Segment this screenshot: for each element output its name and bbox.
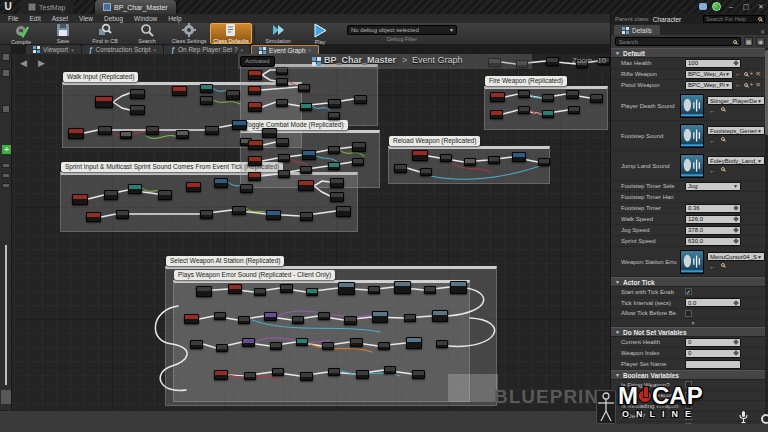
expand-more-icon[interactable]: ▼ xyxy=(691,320,696,326)
number-field[interactable]: 0.0 xyxy=(685,298,741,307)
graph-node[interactable] xyxy=(278,154,290,162)
use-selected-icon[interactable]: ← xyxy=(735,81,742,89)
graph-node[interactable] xyxy=(272,368,284,376)
spinner-icon[interactable] xyxy=(733,339,739,345)
sidebar-scrollbar[interactable] xyxy=(5,245,7,385)
sound-wave-thumbnail[interactable] xyxy=(680,250,704,274)
number-field[interactable]: 0 xyxy=(685,349,741,358)
breadcrumb-leaf[interactable]: Event Graph xyxy=(412,55,463,65)
window-tab-bp-char-master[interactable]: BP_Char_Master xyxy=(95,0,176,14)
debug-object-dropdown[interactable]: No debug object selected▾ xyxy=(347,25,457,35)
graph-node[interactable] xyxy=(130,89,145,99)
graph-node[interactable] xyxy=(424,286,436,294)
graph-node[interactable] xyxy=(302,150,316,160)
tab-construction-script[interactable]: ƒConstruction Script▾ xyxy=(82,45,163,54)
graph-node[interactable] xyxy=(518,106,530,114)
add-icon[interactable]: + xyxy=(750,81,754,89)
compile-button[interactable]: Compile xyxy=(0,23,42,44)
graph-node[interactable] xyxy=(190,340,203,349)
graph-node[interactable] xyxy=(104,190,118,200)
asset-dropdown[interactable]: FoleyBody_Land_Stere▼ xyxy=(707,156,765,165)
sidebar-icon[interactable] xyxy=(2,53,10,61)
graph-node[interactable] xyxy=(394,164,407,173)
find-in-cb-button[interactable]: Find in CB xyxy=(84,23,126,44)
details-search-input[interactable]: Search xyxy=(615,37,741,46)
graph-node[interactable] xyxy=(394,281,411,294)
graph-node[interactable] xyxy=(296,338,308,346)
view-options-icon[interactable]: ◉ xyxy=(756,37,765,46)
graph-node[interactable] xyxy=(276,138,289,147)
graph-node[interactable] xyxy=(200,210,213,219)
spinner-icon[interactable] xyxy=(733,205,739,211)
spinner-icon[interactable] xyxy=(733,227,739,233)
graph-node[interactable] xyxy=(420,168,432,176)
graph-node[interactable] xyxy=(490,110,503,119)
graph-node[interactable] xyxy=(328,99,341,108)
graph-node[interactable] xyxy=(146,126,159,135)
graph-node[interactable] xyxy=(158,190,172,200)
asset-dropdown[interactable]: Footsteps_Generic_Sho▼ xyxy=(707,126,765,135)
graph-node[interactable] xyxy=(488,156,500,164)
graph-node[interactable] xyxy=(318,312,330,320)
maximize-button[interactable]: ▢ xyxy=(741,3,751,11)
asset-dropdown[interactable]: MenuCursor04_Stereo▼ xyxy=(707,252,765,261)
graph-node[interactable] xyxy=(450,281,467,294)
checkbox[interactable] xyxy=(685,413,692,420)
spinner-icon[interactable] xyxy=(733,300,739,306)
graph-node[interactable] xyxy=(95,96,113,108)
graph-node[interactable] xyxy=(490,92,505,102)
graph-node[interactable] xyxy=(276,99,288,107)
graph-node[interactable] xyxy=(406,337,422,349)
graph-node[interactable] xyxy=(300,103,312,111)
category-header-default[interactable]: ▼Default xyxy=(611,48,765,58)
category-header-boolean-variables[interactable]: ▼Boolean Variables xyxy=(611,370,765,380)
graph-node[interactable] xyxy=(214,370,228,380)
graph-node[interactable] xyxy=(130,105,145,115)
close-button[interactable]: ✕ xyxy=(756,3,766,11)
graph-node[interactable] xyxy=(280,284,293,293)
graph-node[interactable] xyxy=(378,342,390,350)
browse-icon[interactable] xyxy=(721,263,725,267)
graph-node[interactable] xyxy=(116,210,129,219)
graph-node[interactable] xyxy=(72,194,88,205)
class-defaults-button[interactable]: Class Defaults xyxy=(210,23,252,44)
browse-icon[interactable] xyxy=(744,72,748,76)
graph-node[interactable] xyxy=(328,112,340,120)
search-button[interactable]: Search xyxy=(126,23,168,44)
nav-back-icon[interactable]: ◀ xyxy=(20,58,27,68)
add-icon[interactable]: + xyxy=(750,70,754,78)
graph-node[interactable] xyxy=(196,286,212,297)
select-field[interactable]: Jog▼ xyxy=(685,182,741,191)
graph-node[interactable] xyxy=(214,178,228,188)
graph-node[interactable] xyxy=(352,142,366,152)
feedback-icon[interactable] xyxy=(699,3,707,10)
number-field[interactable]: 378.0 xyxy=(685,226,741,235)
clear-icon[interactable]: ✕ xyxy=(755,81,760,89)
graph-node[interactable] xyxy=(248,140,263,150)
menu-item-view[interactable]: View xyxy=(79,15,93,22)
graph-node[interactable] xyxy=(176,130,189,139)
class-settings-button[interactable]: Class Settings xyxy=(168,23,210,44)
graph-node[interactable] xyxy=(344,316,357,325)
graph-node[interactable] xyxy=(205,126,219,135)
sidebar-icon[interactable] xyxy=(2,105,10,113)
browse-icon[interactable] xyxy=(721,167,725,171)
graph-node[interactable] xyxy=(242,338,255,347)
graph-node[interactable] xyxy=(542,110,554,118)
graph-node[interactable] xyxy=(432,310,448,322)
sidebar-icon[interactable] xyxy=(2,163,10,168)
graph-node[interactable] xyxy=(300,372,313,381)
graph-node[interactable] xyxy=(254,288,266,296)
graph-node[interactable] xyxy=(372,311,388,323)
sidebar-icon[interactable] xyxy=(2,69,10,77)
play-button[interactable]: Play xyxy=(299,23,341,44)
number-field[interactable]: 100 xyxy=(685,59,741,68)
graph-node[interactable] xyxy=(200,96,213,105)
save-button[interactable]: Save xyxy=(42,23,84,44)
graph-node[interactable] xyxy=(336,206,351,217)
spinner-icon[interactable] xyxy=(733,238,739,244)
window-tab-testmap[interactable]: TestMap xyxy=(20,0,73,14)
graph-node[interactable] xyxy=(328,368,340,376)
graph-node[interactable] xyxy=(298,84,310,92)
graph-node[interactable] xyxy=(214,312,226,320)
